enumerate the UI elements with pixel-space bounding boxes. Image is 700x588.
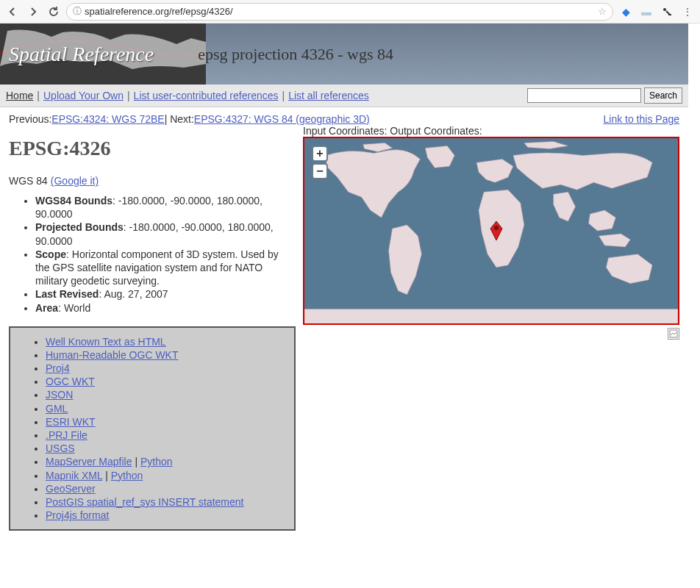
site-title: Spatial Reference: [9, 43, 154, 66]
prev-next-row: Previous: EPSG:4324: WGS 72BE | Next: EP…: [0, 107, 688, 125]
format-proj4[interactable]: Proj4: [46, 362, 70, 374]
zoom-in-button[interactable]: +: [312, 146, 328, 162]
info-icon: ⓘ: [73, 5, 82, 18]
list-item: Well Known Text as HTML: [46, 335, 291, 348]
site-header: Spatial Reference epsg projection 4326 -…: [0, 24, 688, 85]
page-title: epsg projection 4326 - wgs 84: [198, 45, 393, 64]
browser-toolbar: ⓘ spatialreference.org/ref/epsg/4326/ ☆ …: [0, 0, 700, 24]
next-label: | Next:: [165, 113, 194, 125]
format-mapserver-python[interactable]: Python: [140, 456, 173, 467]
format-esri-wkt[interactable]: ESRI WKT: [46, 416, 96, 428]
list-item: Proj4js format: [46, 509, 291, 522]
nav-bar: Home | Upload Your Own | List user-contr…: [0, 85, 688, 107]
extension-icon-2[interactable]: ▬: [638, 4, 654, 20]
nav-list-all[interactable]: List all references: [288, 90, 369, 101]
list-item: GeoServer: [46, 482, 291, 495]
format-hr-ogc-wkt[interactable]: Human-Readable OGC WKT: [46, 349, 179, 361]
left-column: EPSG:4326 WGS 84 (Google it) WGS84 Bound…: [9, 125, 296, 531]
bookmark-star-icon[interactable]: ☆: [598, 6, 607, 17]
prop-area: Area: World: [35, 301, 296, 315]
format-proj4js[interactable]: Proj4js format: [46, 509, 109, 521]
nav-list-user[interactable]: List user-contributed references: [134, 90, 279, 101]
page-viewport: Spatial Reference epsg projection 4326 -…: [0, 24, 688, 588]
list-item: PostGIS spatial_ref_sys INSERT statement: [46, 495, 291, 509]
format-usgs[interactable]: USGS: [46, 442, 75, 454]
format-mapnik[interactable]: Mapnik XML: [46, 470, 102, 481]
search-input[interactable]: [527, 88, 641, 103]
world-map[interactable]: + −: [303, 137, 679, 325]
format-postgis[interactable]: PostGIS spatial_ref_sys INSERT statement: [46, 496, 244, 508]
list-item: JSON: [46, 388, 291, 401]
nav-upload[interactable]: Upload Your Own: [43, 90, 124, 101]
map-marker-icon: [488, 220, 505, 244]
reload-button[interactable]: [46, 4, 62, 20]
list-item: .PRJ File: [46, 429, 291, 442]
forward-button[interactable]: [25, 4, 41, 20]
prop-last-revised: Last Revised: Aug. 27, 2007: [35, 287, 296, 301]
nav-home[interactable]: Home: [6, 90, 33, 101]
map-zoom-controls: + −: [312, 146, 328, 181]
prev-label: Previous:: [9, 113, 51, 125]
format-json[interactable]: JSON: [46, 389, 73, 401]
menu-button[interactable]: ⋮: [679, 4, 696, 20]
properties-list: WGS84 Bounds: -180.0000, -90.0000, 180.0…: [9, 194, 296, 315]
list-item: OGC WKT: [46, 375, 291, 388]
prev-link[interactable]: EPSG:4324: WGS 72BE: [51, 113, 164, 125]
formats-box: Well Known Text as HTML Human-Readable O…: [9, 326, 296, 531]
format-mapnik-python[interactable]: Python: [111, 470, 143, 481]
broken-image-icon: [668, 328, 679, 340]
prop-scope: Scope: Horizontal component of 3D system…: [35, 248, 296, 288]
svg-point-5: [494, 226, 499, 230]
list-item: USGS: [46, 442, 291, 455]
crs-name: WGS 84: [9, 175, 51, 187]
format-gml[interactable]: GML: [46, 403, 68, 415]
format-mapserver[interactable]: MapServer Mapfile: [46, 456, 132, 467]
list-item: Proj4: [46, 362, 291, 375]
list-item: ESRI WKT: [46, 415, 291, 429]
extension-icon-3[interactable]: [659, 4, 675, 20]
format-wkt-html[interactable]: Well Known Text as HTML: [46, 336, 166, 348]
prop-wgs84-bounds: WGS84 Bounds: -180.0000, -90.0000, 180.0…: [35, 194, 296, 220]
list-item: GML: [46, 402, 291, 415]
input-coord-label: Input Coordinates:: [303, 125, 390, 137]
epsg-code-heading: EPSG:4326: [9, 137, 296, 160]
format-ogc-wkt[interactable]: OGC WKT: [46, 376, 95, 387]
search-button[interactable]: Search: [644, 87, 682, 104]
url-text: spatialreference.org/ref/epsg/4326/: [85, 6, 233, 17]
output-coord-label: Output Coordinates:: [390, 125, 482, 137]
list-item: Human-Readable OGC WKT: [46, 348, 291, 362]
format-prj[interactable]: .PRJ File: [46, 429, 88, 441]
list-item: Mapnik XML | Python: [46, 469, 291, 482]
address-bar[interactable]: ⓘ spatialreference.org/ref/epsg/4326/ ☆: [66, 3, 613, 21]
description-line: WGS 84 (Google it): [9, 175, 296, 187]
list-item: MapServer Mapfile | Python: [46, 455, 291, 468]
google-it-link[interactable]: (Google it): [51, 175, 99, 187]
coord-labels: Input Coordinates: Output Coordinates:: [303, 125, 679, 137]
back-button[interactable]: [4, 4, 21, 20]
format-geoserver[interactable]: GeoServer: [46, 483, 96, 495]
svg-point-0: [663, 8, 666, 11]
zoom-out-button[interactable]: −: [312, 163, 328, 179]
prop-projected-bounds: Projected Bounds: -180.0000, -90.0000, 1…: [35, 220, 296, 247]
next-link[interactable]: EPSG:4327: WGS 84 (geographic 3D): [194, 113, 370, 125]
extension-icon-1[interactable]: ◆: [618, 4, 634, 20]
permalink[interactable]: Link to this Page: [603, 113, 679, 125]
right-column: Input Coordinates: Output Coordinates:: [303, 125, 679, 531]
